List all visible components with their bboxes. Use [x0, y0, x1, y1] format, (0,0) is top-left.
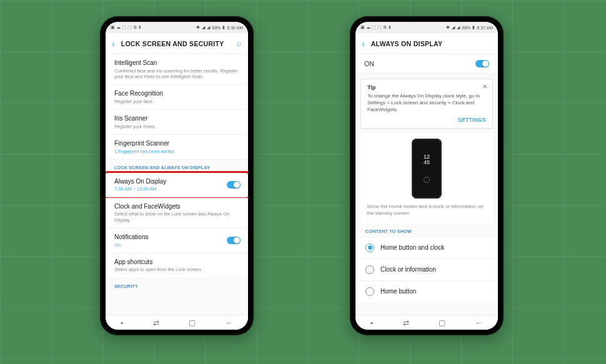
signal-icon: ◢: [457, 25, 460, 30]
header: ‹ LOCK SCREEN AND SECURITY ⌕: [106, 33, 248, 54]
row-sub: Combined face and iris scanning for bett…: [114, 68, 241, 80]
signal-icon: ◢: [207, 25, 210, 30]
recent-icon[interactable]: ⇄: [153, 318, 159, 327]
row-sub: 7:00 AM ~ 12:00 AM: [114, 186, 223, 192]
row-always-on-display[interactable]: Always On Display 7:00 AM ~ 12:00 AM: [106, 173, 248, 198]
back-nav-icon[interactable]: ←: [226, 318, 233, 327]
clock: 8:37 AM: [477, 26, 493, 30]
bluetooth-icon: ✱: [446, 25, 450, 30]
search-icon[interactable]: ⌕: [237, 39, 242, 48]
row-label: Iris Scanner: [114, 115, 241, 123]
row-sub: 1 fingerprint has been added.: [114, 149, 241, 154]
row-notifications[interactable]: Notifications On: [106, 229, 248, 253]
phone-lock-screen-security: ▣ ☁ ⬚ ⬚ ⚙ ⬇ ✱ ◢ ◢ 88% ▮ 8:36 AM ‹ LOCK S…: [100, 16, 254, 335]
tip-text: To change the Always On Display clock st…: [367, 93, 486, 113]
row-sub: Register your face.: [114, 99, 241, 104]
notif-icon: ▣ ☁ ⬚ ⬚ ⚙ ⬇: [360, 25, 392, 30]
preview-panel: 12 45 Show the Home button and a clock o…: [360, 134, 493, 224]
header: ‹ ALWAYS ON DISPLAY: [355, 33, 498, 54]
radio-home-button[interactable]: Home button: [355, 280, 498, 302]
android-navbar: ▪ ⇄ ▢ ←: [106, 315, 248, 330]
home-icon[interactable]: ▢: [189, 318, 196, 327]
row-label: Always On Display: [114, 178, 223, 186]
battery-pct: 88%: [212, 26, 221, 30]
recent-icon[interactable]: ⇄: [403, 318, 409, 327]
row-face-recognition[interactable]: Face Recognition Register your face.: [106, 85, 248, 110]
row-label: Notifications: [114, 234, 223, 242]
section-header: LOCK SCREEN AND ALWAYS ON DISPLAY: [106, 160, 248, 173]
radio-home-button-and-clock[interactable]: Home button and clock: [355, 237, 498, 258]
row-app-shortcuts[interactable]: App shortcuts Select apps to open from t…: [106, 253, 248, 278]
row-clock-facewidgets[interactable]: Clock and FaceWidgets Select what to sho…: [106, 198, 248, 229]
back-icon[interactable]: ‹: [362, 39, 365, 49]
drawer-icon[interactable]: ▪: [370, 318, 373, 327]
preview-desc: Show the Home button and a clock or info…: [367, 204, 487, 217]
row-label: Intelligent Scan: [114, 59, 241, 67]
aod-toggle[interactable]: [227, 181, 241, 189]
aod-content[interactable]: ON ✕ Tip To change the Always On Display…: [355, 54, 498, 315]
tip-settings-link[interactable]: SETTINGS: [367, 117, 486, 123]
wifi-icon: ◢: [202, 25, 205, 30]
notif-toggle[interactable]: [227, 237, 241, 244]
drawer-icon[interactable]: ▪: [121, 318, 123, 327]
row-sub: Select what to show on the Lock screen a…: [114, 211, 241, 223]
preview-phone-icon: 12 45: [412, 139, 442, 199]
tip-title: Tip: [367, 84, 486, 91]
close-icon[interactable]: ✕: [482, 83, 487, 90]
tip-card: ✕ Tip To change the Always On Display cl…: [360, 79, 493, 129]
settings-list[interactable]: Intelligent Scan Combined face and iris …: [106, 54, 248, 315]
radio-label: Home button: [380, 288, 416, 295]
master-toggle-row[interactable]: ON: [355, 54, 498, 74]
row-label: Fingerprint Scanner: [114, 140, 241, 148]
radio-label: Home button and clock: [380, 244, 444, 251]
row-intelligent-scan[interactable]: Intelligent Scan Combined face and iris …: [106, 54, 248, 85]
back-icon[interactable]: ‹: [112, 39, 115, 49]
bluetooth-icon: ✱: [196, 25, 200, 30]
row-label: Clock and FaceWidgets: [114, 203, 241, 211]
status-bar: ▣ ☁ ⬚ ⬚ ⚙ ⬇ ✱ ◢ ◢ 88% ▮ 8:37 AM: [355, 22, 498, 33]
row-sub: On: [114, 242, 223, 248]
phone-always-on-display: ▣ ☁ ⬚ ⬚ ⚙ ⬇ ✱ ◢ ◢ 88% ▮ 8:37 AM ‹ ALWAYS…: [350, 16, 504, 335]
radio-icon[interactable]: [365, 243, 374, 252]
home-icon[interactable]: ▢: [439, 318, 445, 327]
battery-pct: 88%: [462, 26, 470, 30]
battery-icon: ▮: [472, 25, 475, 30]
radio-clock-or-information[interactable]: Clock or information: [355, 258, 498, 280]
preview-home-button-icon: [424, 177, 430, 183]
wifi-icon: ◢: [452, 25, 455, 30]
row-label: App shortcuts: [114, 258, 241, 267]
radio-label: Clock or information: [380, 266, 436, 273]
radio-icon[interactable]: [365, 287, 374, 296]
status-bar: ▣ ☁ ⬚ ⬚ ⚙ ⬇ ✱ ◢ ◢ 88% ▮ 8:36 AM: [106, 22, 248, 33]
notif-icon: ▣ ☁ ⬚ ⬚ ⚙ ⬇: [111, 25, 142, 30]
row-sub: Select apps to open from the Lock screen…: [114, 267, 241, 272]
page-title: LOCK SCREEN AND SECURITY: [121, 40, 237, 47]
page-title: ALWAYS ON DISPLAY: [371, 40, 492, 47]
section-header: CONTENT TO SHOW: [355, 224, 498, 237]
back-nav-icon[interactable]: ←: [475, 318, 483, 327]
clock: 8:36 AM: [227, 26, 243, 30]
radio-icon[interactable]: [365, 265, 374, 274]
master-toggle[interactable]: [475, 60, 489, 67]
section-header: SECURITY: [106, 278, 248, 292]
row-iris-scanner[interactable]: Iris Scanner Register your irises.: [106, 110, 248, 135]
on-label: ON: [364, 60, 374, 67]
preview-clock-min: 45: [424, 160, 430, 165]
battery-icon: ▮: [222, 25, 225, 30]
android-navbar: ▪ ⇄ ▢ ←: [355, 315, 498, 330]
row-label: Face Recognition: [114, 90, 241, 98]
row-sub: Register your irises.: [114, 124, 241, 129]
row-fingerprint-scanner[interactable]: Fingerprint Scanner 1 fingerprint has be…: [106, 135, 248, 160]
